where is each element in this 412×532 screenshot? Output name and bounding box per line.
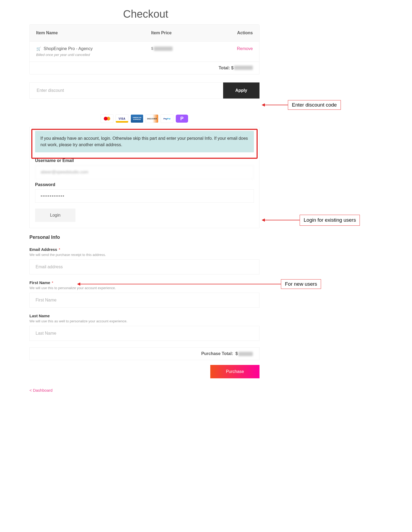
annotation-discount: Enter discount code <box>262 100 341 110</box>
last-name-field-block: Last Name We will use this as well to pe… <box>29 314 260 341</box>
visa-icon: VISA <box>116 115 128 123</box>
email-field-block: Email Address * We will send the purchas… <box>29 247 260 274</box>
first-name-label: First Name <box>29 280 50 285</box>
table-total-row: Total: $ <box>30 62 259 74</box>
total-value <box>234 66 253 70</box>
remove-item-link[interactable]: Remove <box>237 46 253 51</box>
annotation-login: Login for existing users <box>262 215 360 226</box>
table-header: Item Name Item Price Actions <box>30 25 259 41</box>
table-row: 🛒 ShopEngine Pro - Agency Billed once pe… <box>30 41 259 62</box>
purchase-button[interactable]: Purchase <box>210 365 260 378</box>
purchase-total-label: Purchase Total: <box>201 351 233 356</box>
login-info-message: If you already have an account, login. O… <box>35 131 254 152</box>
paypal-icon: PayPal <box>161 115 173 123</box>
last-name-label: Last Name <box>29 314 50 318</box>
last-name-input[interactable] <box>29 326 260 341</box>
item-name: ShopEngine Pro - Agency <box>44 46 93 51</box>
purchase-total-value <box>238 352 253 356</box>
login-section: If you already have an account, login. O… <box>29 127 260 228</box>
shopping-cart-icon: 🛒 <box>36 46 41 51</box>
required-mark: * <box>52 281 53 285</box>
annotation-personal-text: For new users <box>281 279 321 289</box>
item-price-currency: $ <box>151 46 153 51</box>
purchase-total-row: Purchase Total: $ <box>29 347 260 360</box>
item-price-value <box>154 47 173 51</box>
cart-items-table: Item Name Item Price Actions 🛒 ShopEngin… <box>29 24 260 74</box>
total-label: Total: <box>219 66 230 70</box>
login-button[interactable]: Login <box>35 209 75 222</box>
discover-icon: DISCOVER <box>146 115 158 123</box>
total-currency: $ <box>231 66 234 70</box>
mastercard-icon <box>101 115 113 123</box>
purchase-total-currency: $ <box>235 351 238 356</box>
first-name-help-text: We will use this to personalize your acc… <box>29 286 260 290</box>
password-input[interactable]: ••••••••••••• <box>35 189 254 203</box>
first-name-field-block: First Name * We will use this to persona… <box>29 280 260 308</box>
username-label: Username or Email <box>35 158 254 163</box>
required-mark: * <box>59 247 60 252</box>
annotation-discount-text: Enter discount code <box>288 100 341 110</box>
personal-info-title: Personal Info <box>29 235 260 240</box>
email-help-text: We will send the purchase receipt to thi… <box>29 253 260 257</box>
annotation-login-text: Login for existing users <box>300 215 360 226</box>
purchase-button-row: Purchase <box>29 365 260 378</box>
username-input[interactable]: abeer@xpeedstudio.com <box>35 165 254 179</box>
item-subtitle: Billed once per year until cancelled <box>36 53 151 57</box>
col-header-name: Item Name <box>36 31 151 35</box>
first-name-input[interactable] <box>29 293 260 308</box>
payment-icons-row: VISA AMERICANEXPRESS DISCOVER PayPal P <box>29 115 260 123</box>
paddle-icon: P <box>176 115 188 123</box>
apply-discount-button[interactable]: Apply <box>223 82 260 99</box>
personal-info-section: Personal Info Email Address * We will se… <box>29 235 260 341</box>
discount-input[interactable] <box>29 82 223 99</box>
col-header-price: Item Price <box>151 31 205 35</box>
page-title: Checkout <box>123 8 383 20</box>
email-label: Email Address <box>29 247 57 252</box>
email-input[interactable] <box>29 259 260 274</box>
discount-row: Apply <box>29 82 260 99</box>
amex-icon: AMERICANEXPRESS <box>131 115 143 123</box>
password-label: Password <box>35 182 254 187</box>
col-header-actions: Actions <box>205 31 253 35</box>
dashboard-link[interactable]: < Dashboard <box>29 388 52 393</box>
last-name-help-text: We will use this as well to personalize … <box>29 319 260 323</box>
